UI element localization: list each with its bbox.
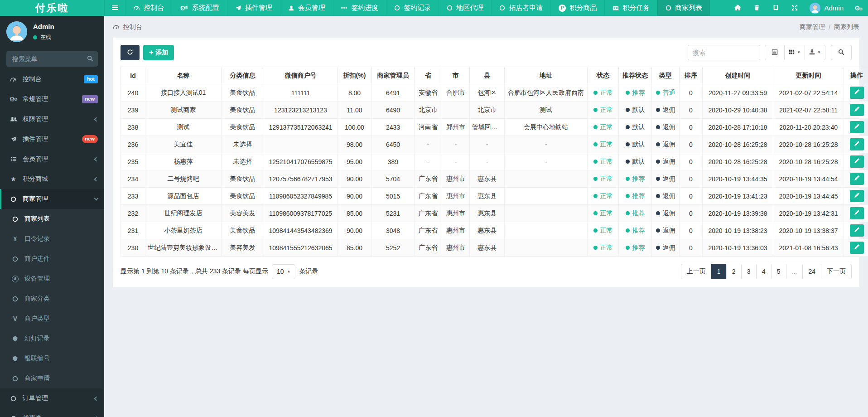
sidebar-item-label: 口令记录 — [24, 235, 98, 243]
edit-button[interactable] — [850, 87, 864, 99]
sidebar-search-input[interactable] — [6, 51, 98, 67]
topnav-item-dashboard[interactable]: 控制台 — [125, 0, 172, 16]
sidebar-item-slide-records[interactable]: 幻灯记录 — [0, 329, 104, 349]
table-search-input[interactable] — [688, 45, 760, 60]
cell-recommend: 推荐 — [619, 222, 652, 239]
topnav-user-menu[interactable]: Admin — [804, 3, 849, 14]
cell-wechat_id — [264, 136, 338, 153]
search-icon[interactable] — [87, 55, 93, 63]
status-label: 返佣 — [663, 175, 675, 183]
detail-view-button[interactable] — [765, 45, 785, 60]
status-label: 返佣 — [663, 141, 675, 149]
status-badge: 推荐 — [626, 209, 645, 218]
page-button-ellipsis[interactable]: ... — [786, 264, 803, 279]
sidebar-item-merchant-manage[interactable]: 商家管理 — [0, 189, 104, 209]
status-badge: 默认 — [626, 158, 645, 166]
cell-discount: 95.00 — [338, 153, 372, 170]
page-button-page-2[interactable]: 2 — [726, 264, 742, 279]
topnav-item-member-manage[interactable]: 会员管理 — [280, 0, 333, 16]
docs-button[interactable] — [766, 0, 785, 16]
status-badge: 默认 — [626, 141, 645, 149]
page-button-page-5[interactable]: 5 — [771, 264, 786, 279]
status-label: 正常 — [600, 158, 613, 166]
column-header: 市 — [442, 67, 470, 84]
refresh-button[interactable] — [121, 45, 140, 60]
topnav-item-label: 签约进度 — [351, 4, 378, 12]
cell-id: 235 — [121, 153, 145, 170]
sidebar-item-unionpay-number[interactable]: 银联编号 — [0, 349, 104, 369]
sidebar-item-plugin-manage[interactable]: 插件管理new — [0, 129, 104, 149]
status-dot-icon — [593, 142, 598, 146]
edit-button[interactable] — [850, 138, 864, 150]
topnav-item-sign-progress[interactable]: •••签约进度 — [333, 0, 386, 16]
page-size-select[interactable]: 10 ▲ — [272, 264, 296, 279]
edit-button[interactable] — [850, 224, 864, 237]
fullscreen-button[interactable] — [785, 0, 804, 16]
status-dot-icon — [593, 177, 598, 181]
sidebar-item-member-manage[interactable]: 会员管理 — [0, 149, 104, 169]
edit-button[interactable] — [850, 207, 864, 219]
page-button-prev[interactable]: 上一页 — [681, 264, 712, 279]
search-button[interactable] — [831, 45, 852, 60]
sidebar-toggle-button[interactable] — [104, 0, 125, 16]
sidebar-item-merchant-type[interactable]: V商户类型 — [0, 309, 104, 329]
cell-county: - — [470, 136, 505, 153]
edit-button[interactable] — [850, 155, 864, 168]
cell-status: 正常 — [588, 102, 619, 119]
edit-button[interactable] — [850, 104, 864, 116]
cell-id: 236 — [121, 136, 145, 153]
status-label: 正常 — [600, 209, 613, 218]
sidebar-item-merchant-apply[interactable]: 商家申请 — [0, 369, 104, 388]
settings-button[interactable]: ⚙⚙ — [849, 0, 868, 16]
edit-button[interactable] — [850, 242, 864, 254]
topnav-item-region-agent[interactable]: 地区代理 — [439, 0, 491, 16]
topnav-right-icons — [728, 0, 804, 16]
trash-button[interactable] — [747, 0, 766, 16]
status-label: 推荐 — [632, 227, 645, 235]
sidebar-item-points-mall[interactable]: ★积分商城 — [0, 169, 104, 189]
status-badge: 推荐 — [626, 227, 645, 235]
chevron-left-icon — [94, 117, 99, 121]
pencil-icon — [854, 158, 859, 165]
columns-button[interactable]: ▼ — [784, 45, 805, 60]
page-button-page-1[interactable]: 1 — [711, 264, 727, 279]
sidebar-search — [6, 51, 98, 67]
sidebar-item-dashboard[interactable]: 控制台hot — [0, 69, 104, 89]
page-button-page-3[interactable]: 3 — [741, 264, 757, 279]
sidebar-item-password-records[interactable]: ¥口令记录 — [0, 229, 104, 249]
circle-icon — [394, 5, 400, 11]
topnav-item-system-config[interactable]: ⚙⚙系统配置 — [172, 0, 227, 16]
column-header: 微信商户号 — [264, 67, 338, 84]
sidebar-item-coupon[interactable]: 优惠券 — [0, 408, 104, 417]
cell-category: 美容美发 — [222, 205, 264, 222]
gauge-icon — [113, 24, 120, 31]
topnav-item-plugin-manage[interactable]: 插件管理 — [227, 0, 280, 16]
topnav-item-merchant-list[interactable]: 商家列表 — [657, 0, 710, 16]
page-button-next[interactable]: 下一页 — [821, 264, 852, 279]
sidebar-item-general-manage[interactable]: ⚙⚙常规管理new — [0, 89, 104, 109]
sidebar-item-permission-manage[interactable]: 权限管理 — [0, 109, 104, 129]
sidebar-item-merchant-category[interactable]: 商家分类 — [0, 289, 104, 309]
adn-icon: a — [11, 276, 19, 282]
home-button[interactable] — [728, 0, 747, 16]
user-icon — [288, 5, 294, 11]
page-button-page-24[interactable]: 24 — [802, 264, 821, 279]
sidebar-item-label: 积分商城 — [23, 175, 90, 183]
cell-province: 北京市 — [415, 102, 442, 119]
edit-button[interactable] — [850, 190, 864, 202]
edit-button[interactable] — [850, 121, 864, 133]
export-button[interactable]: ▼ — [805, 45, 825, 60]
topnav-item-sign-records[interactable]: 签约记录 — [386, 0, 439, 16]
sidebar-item-merchant-list[interactable]: 商家列表 — [0, 209, 104, 229]
sidebar-item-merchant-entry[interactable]: 商户进件 — [0, 249, 104, 269]
gears-icon: ⚙⚙ — [180, 5, 188, 11]
edit-button[interactable] — [850, 173, 864, 185]
add-button[interactable]: +添加 — [143, 45, 174, 60]
topnav-item-store-applicant[interactable]: 拓店者申请 — [491, 0, 550, 16]
page-button-page-4[interactable]: 4 — [756, 264, 772, 279]
topnav-item-points-tasks[interactable]: 积分任务 — [604, 0, 657, 16]
topnav-item-points-goods[interactable]: P积分商品 — [550, 0, 604, 16]
sidebar-item-order-manage[interactable]: 订单管理 — [0, 388, 104, 408]
sidebar-item-device-manage[interactable]: a设备管理 — [0, 269, 104, 289]
breadcrumb-parent[interactable]: 商家管理 — [800, 23, 825, 31]
